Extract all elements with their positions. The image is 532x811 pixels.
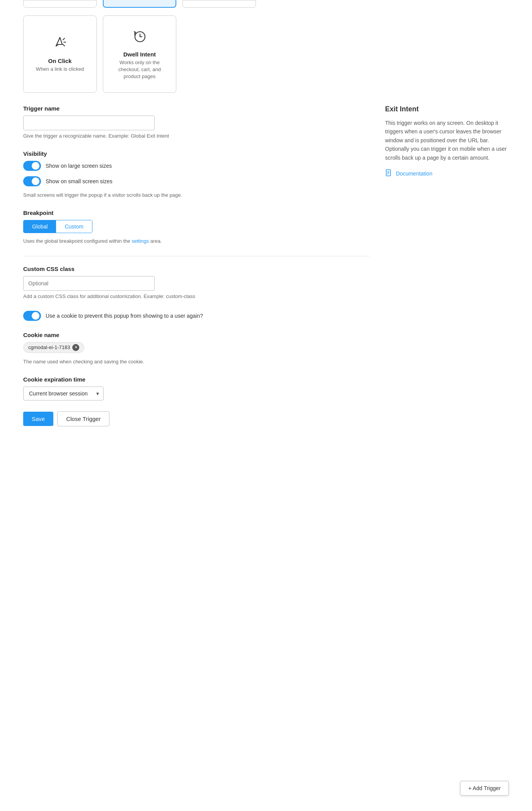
cookie-name-section: Cookie name cgmodal-ei-1-7183 ✕ The name…	[23, 332, 370, 365]
breakpoint-btn-group: Global Custom	[23, 220, 92, 233]
cursor-icon	[52, 35, 68, 54]
large-screen-label: Show on large screen sizes	[46, 163, 112, 169]
clock-history-icon	[132, 28, 147, 47]
breakpoint-global-btn[interactable]: Global	[24, 220, 56, 233]
trigger-name-hint: Give the trigger a recognizable name. Ex…	[23, 133, 370, 140]
cookie-expiration-wrapper: Current browser session 1 day 7 days 30 …	[23, 387, 104, 400]
trigger-name-section: Trigger name Give the trigger a recogniz…	[23, 105, 370, 140]
partial-card-2	[103, 0, 176, 8]
add-trigger-button[interactable]: + Add Trigger	[460, 781, 509, 796]
breakpoint-hint: Uses the global breakpoint configured wi…	[23, 238, 370, 245]
right-column: Exit Intent This trigger works on any sc…	[385, 105, 509, 437]
cookie-expiration-select[interactable]: Current browser session 1 day 7 days 30 …	[23, 387, 104, 400]
on-click-title: On Click	[48, 58, 72, 64]
breakpoint-hint-pre: Uses the global breakpoint configured wi…	[23, 238, 130, 244]
small-screen-hint: Small screens will trigger the popup if …	[23, 192, 370, 199]
visibility-label: Visibility	[23, 150, 370, 157]
documentation-link[interactable]: Documentation	[385, 169, 509, 179]
cookie-name-tag: cgmodal-ei-1-7183 ✕	[23, 342, 84, 353]
cookie-remove-btn[interactable]: ✕	[72, 344, 79, 351]
info-description: This trigger works on any screen. On des…	[385, 119, 509, 162]
dwell-intent-desc: Works only on the checkout, cart, and pr…	[109, 59, 170, 80]
breakpoint-hint-post: area.	[150, 238, 162, 244]
cookie-toggle-section: Use a cookie to prevent this popup from …	[23, 311, 370, 321]
cookie-toggle-row: Use a cookie to prevent this popup from …	[23, 311, 370, 321]
dwell-intent-card[interactable]: Dwell Intent Works only on the checkout,…	[103, 15, 176, 93]
small-screen-toggle[interactable]	[23, 176, 41, 186]
document-icon	[385, 169, 393, 179]
visibility-section: Visibility Show on large screen sizes Sh…	[23, 150, 370, 199]
info-title: Exit Intent	[385, 105, 509, 113]
cookie-slider	[23, 311, 41, 321]
breakpoint-label: Breakpoint	[23, 210, 370, 216]
small-screen-slider	[23, 176, 41, 186]
close-trigger-button[interactable]: Close Trigger	[57, 411, 109, 426]
cookie-toggle[interactable]	[23, 311, 41, 321]
on-click-card[interactable]: On Click When a link is clicked	[23, 15, 97, 93]
small-screen-label: Show on small screen sizes	[46, 178, 113, 184]
divider-1	[23, 256, 370, 256]
partial-card-1	[23, 0, 97, 8]
settings-link[interactable]: settings	[131, 238, 149, 244]
small-screen-toggle-row: Show on small screen sizes	[23, 176, 370, 186]
custom-css-input[interactable]	[23, 276, 155, 291]
documentation-link-text: Documentation	[396, 170, 432, 177]
cookie-name-hint: The name used when checking and saving t…	[23, 358, 370, 365]
custom-css-section: Custom CSS class Add a custom CSS class …	[23, 266, 370, 300]
on-click-desc: When a link is clicked	[36, 66, 84, 73]
left-column: Trigger name Give the trigger a recogniz…	[23, 105, 370, 437]
breakpoint-section: Breakpoint Global Custom Uses the global…	[23, 210, 370, 245]
custom-css-label: Custom CSS class	[23, 266, 370, 272]
action-buttons-row: Save Close Trigger	[23, 411, 370, 426]
large-screen-slider	[23, 161, 41, 171]
main-grid: Trigger name Give the trigger a recogniz…	[23, 105, 509, 437]
breakpoint-custom-btn[interactable]: Custom	[56, 220, 92, 233]
large-screen-toggle-row: Show on large screen sizes	[23, 161, 370, 171]
dwell-intent-title: Dwell Intent	[123, 51, 156, 58]
svg-line-0	[60, 37, 62, 44]
cookie-expiration-label: Cookie expiration time	[23, 376, 370, 383]
trigger-cards-row: On Click When a link is clicked Dwell In…	[23, 8, 509, 93]
cookie-name-value: cgmodal-ei-1-7183	[28, 344, 70, 350]
cookie-name-label: Cookie name	[23, 332, 370, 338]
trigger-name-label: Trigger name	[23, 105, 370, 112]
save-button[interactable]: Save	[23, 412, 53, 426]
cookie-toggle-label: Use a cookie to prevent this popup from …	[46, 313, 203, 319]
custom-css-hint: Add a custom CSS class for additional cu…	[23, 293, 370, 300]
svg-line-6	[63, 44, 65, 46]
trigger-name-input[interactable]	[23, 116, 155, 130]
large-screen-toggle[interactable]	[23, 161, 41, 171]
svg-line-4	[63, 38, 65, 40]
partial-cards-row	[23, 0, 509, 8]
cookie-expiration-section: Cookie expiration time Current browser s…	[23, 376, 370, 400]
partial-card-3	[182, 0, 256, 8]
